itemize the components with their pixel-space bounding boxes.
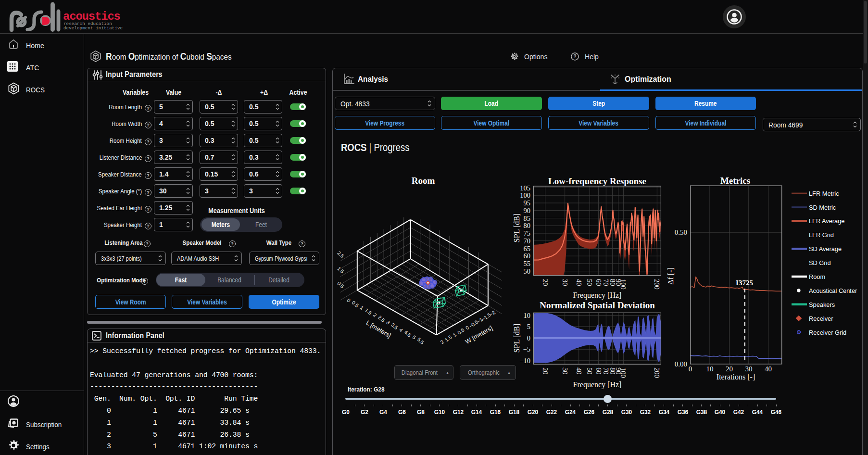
- svg-text:development initiative: development initiative: [63, 26, 123, 31]
- svg-text:?: ?: [573, 54, 576, 59]
